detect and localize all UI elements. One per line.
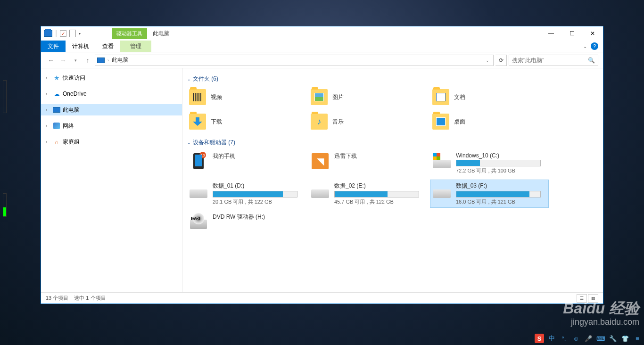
tray-mic-icon[interactable]: 🎤 xyxy=(584,334,593,343)
drive-c[interactable]: Windows_10 (C:)72.2 GB 可用 , 共 100 GB xyxy=(430,150,548,176)
tray-sogou-icon[interactable]: S xyxy=(535,334,544,343)
maximize-button[interactable]: ☐ xyxy=(561,27,582,40)
drive-e[interactable]: 数据_02 (E:)45.7 GB 可用 , 共 122 GB xyxy=(309,180,427,207)
drive-dvd[interactable]: DVD DVD RW 驱动器 (H:) xyxy=(187,211,305,233)
dvd-icon: DVD xyxy=(190,220,207,229)
refresh-button[interactable]: ⟳ xyxy=(495,55,507,66)
tray-face-icon[interactable]: ☺ xyxy=(571,334,581,343)
desktop-icon xyxy=(436,117,446,126)
address-bar-row: ← → ▾ ↑ › 此电脑 ⌄ ⟳ 🔍 xyxy=(41,52,603,68)
address-pc-icon xyxy=(97,58,105,63)
minimize-button[interactable]: — xyxy=(541,27,561,40)
status-selected-count: 选中 1 个项目 xyxy=(74,295,106,302)
volume-meter-1 xyxy=(3,80,7,113)
qat-customize-arrow[interactable]: ▾ xyxy=(79,32,81,36)
help-icon[interactable]: ? xyxy=(591,42,598,50)
address-path[interactable]: 此电脑 xyxy=(112,56,481,64)
nav-forward-button[interactable]: → xyxy=(58,55,68,66)
download-icon xyxy=(193,117,202,126)
ribbon-collapse-icon[interactable]: ⌄ xyxy=(583,44,587,49)
phone-icon: 10 xyxy=(193,153,204,169)
close-button[interactable]: ✕ xyxy=(582,27,603,40)
search-box[interactable]: 🔍 xyxy=(509,55,598,66)
titlebar: | ✓ ▾ 驱动器工具 此电脑 — ☐ ✕ xyxy=(41,26,603,41)
tree-network[interactable]: ›网络 xyxy=(41,120,182,131)
folder-pictures[interactable]: 图片 xyxy=(309,87,427,107)
app-icon[interactable] xyxy=(44,30,52,37)
drive-f-usage xyxy=(456,191,529,197)
tree-homegroup[interactable]: ›⌂家庭组 xyxy=(41,136,182,148)
breadcrumb-arrow[interactable]: › xyxy=(107,58,109,63)
tray-menu-icon[interactable]: ≡ xyxy=(633,334,642,343)
pc-icon xyxy=(53,106,60,114)
tree-this-pc[interactable]: ›此电脑 xyxy=(41,104,182,115)
group-folders-header[interactable]: ⌄文件夹 (6) xyxy=(187,75,598,83)
xunlei-icon: ◥ xyxy=(312,153,329,169)
drive-icon xyxy=(190,189,207,198)
folder-desktop[interactable]: 桌面 xyxy=(430,111,548,132)
folder-videos[interactable]: 视频 xyxy=(187,87,305,107)
drive-icon xyxy=(433,160,451,168)
device-xunlei[interactable]: ◥ 迅雷下载 xyxy=(309,150,427,176)
group-devices-header[interactable]: ⌄设备和驱动器 (7) xyxy=(187,139,598,147)
status-item-count: 13 个项目 xyxy=(46,295,68,302)
nav-up-button[interactable]: ↑ xyxy=(83,55,93,66)
qat-properties-icon[interactable]: ✓ xyxy=(60,30,66,37)
drive-f[interactable]: 数据_03 (F:)16.0 GB 可用 , 共 121 GB xyxy=(430,180,548,207)
tray-keyboard-icon[interactable]: ⌨ xyxy=(596,334,605,343)
navigation-pane: ›★快速访问 ›☁OneDrive ›此电脑 ›网络 ›⌂家庭组 xyxy=(41,68,182,292)
separator: | xyxy=(55,29,57,38)
file-explorer-window: | ✓ ▾ 驱动器工具 此电脑 — ☐ ✕ 文件 计算机 查看 管理 ⌄ ? ←… xyxy=(41,26,603,304)
video-icon xyxy=(193,93,202,101)
homegroup-icon: ⌂ xyxy=(53,138,60,146)
system-tray: S 中 °, ☺ 🎤 ⌨ 🔧 👕 ≡ xyxy=(535,334,642,343)
search-input[interactable] xyxy=(512,57,588,64)
folder-downloads[interactable]: 下载 xyxy=(187,111,305,132)
network-icon xyxy=(53,122,60,130)
nav-back-button[interactable]: ← xyxy=(46,55,56,66)
window-title: 此电脑 xyxy=(153,30,170,38)
drive-icon xyxy=(311,189,329,198)
search-icon[interactable]: 🔍 xyxy=(588,57,595,64)
ribbon-tab-computer[interactable]: 计算机 xyxy=(66,41,96,52)
cloud-icon: ☁ xyxy=(53,90,60,98)
drive-d[interactable]: 数据_01 (D:)20.1 GB 可用 , 共 122 GB xyxy=(187,180,305,207)
qat-newfolder-icon[interactable] xyxy=(69,30,76,37)
volume-meter-2 xyxy=(3,193,7,217)
ribbon-contextual-tab[interactable]: 驱动器工具 xyxy=(112,28,147,39)
drive-c-usage xyxy=(456,160,480,166)
nav-recent-dropdown[interactable]: ▾ xyxy=(70,55,81,66)
tree-onedrive[interactable]: ›☁OneDrive xyxy=(41,88,182,99)
address-bar[interactable]: › 此电脑 ⌄ xyxy=(95,55,494,66)
device-phone[interactable]: 10 我的手机 xyxy=(187,150,305,176)
ribbon: 文件 计算机 查看 管理 ⌄ ? xyxy=(41,41,603,52)
drive-d-usage xyxy=(213,191,283,197)
tray-punct-icon[interactable]: °, xyxy=(559,334,569,343)
drive-e-usage xyxy=(335,191,388,197)
folder-music[interactable]: ♪音乐 xyxy=(309,111,427,132)
ribbon-tab-file[interactable]: 文件 xyxy=(41,41,66,52)
folder-documents[interactable]: 文档 xyxy=(430,87,548,107)
address-dropdown[interactable]: ⌄ xyxy=(484,58,491,63)
tray-ime-icon[interactable]: 中 xyxy=(547,334,556,343)
music-icon: ♪ xyxy=(314,117,324,126)
document-icon xyxy=(436,93,446,101)
star-icon: ★ xyxy=(53,74,60,82)
watermark: Baidu 经验 jingyan.baidu.com xyxy=(563,301,639,326)
tree-quick-access[interactable]: ›★快速访问 xyxy=(41,72,182,83)
status-bar: 13 个项目 选中 1 个项目 ☰ ▦ xyxy=(41,292,603,304)
drive-icon xyxy=(433,189,451,198)
image-icon xyxy=(314,93,324,101)
ribbon-tab-manage[interactable]: 管理 xyxy=(120,41,151,52)
tray-tool-icon[interactable]: 🔧 xyxy=(608,334,618,343)
ribbon-tab-view[interactable]: 查看 xyxy=(96,41,120,52)
content-area: ⌄文件夹 (6) 视频 图片 文档 下载 ♪音乐 桌面 ⌄设备和驱动器 (7) … xyxy=(182,68,603,292)
tray-skin-icon[interactable]: 👕 xyxy=(620,334,630,343)
